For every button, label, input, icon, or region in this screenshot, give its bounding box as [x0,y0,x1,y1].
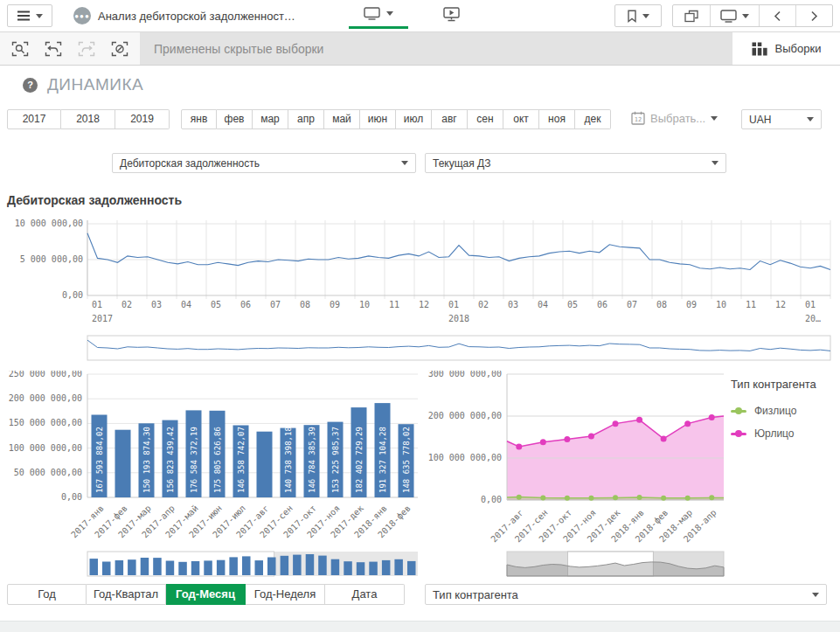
storytelling-button[interactable] [443,7,460,24]
svg-text:10: 10 [359,300,370,309]
month-filter-3[interactable]: мар [253,109,288,129]
line-dot-marker-icon [731,407,746,414]
svg-text:02: 02 [121,300,132,309]
sheet-controls-group [672,4,833,27]
svg-text:05: 05 [567,300,578,309]
submeasure-select[interactable]: Текущая ДЗ [425,153,726,173]
month-filter-10[interactable]: окт [503,109,539,129]
svg-text:0,00: 0,00 [61,492,82,502]
line-chart-range-navigator[interactable] [0,334,840,364]
app-logo-icon: ●●● [73,7,91,24]
selections-bar: Применены скрытые выборки Выборки [0,32,840,66]
period-tab-0[interactable]: Год [7,584,87,605]
submeasure-value: Текущая ДЗ [433,157,490,170]
svg-text:150 193 874,30: 150 193 874,30 [142,427,151,493]
clear-selections-button[interactable] [104,35,135,62]
svg-text:191 327 104,28: 191 327 104,28 [378,427,387,493]
sheets-list-button[interactable] [710,5,759,26]
redo-selection-button[interactable] [71,35,102,62]
month-filter-12[interactable]: дек [575,109,611,129]
chevron-left-icon [774,10,781,22]
svg-text:5 000 000,00: 5 000 000,00 [20,254,83,264]
chevron-down-icon [642,14,649,18]
svg-text:146 784 385,39: 146 784 385,39 [308,427,316,493]
period-tab-1[interactable]: Год-Квартал [87,584,166,605]
svg-text:08: 08 [656,300,667,309]
month-filter-group: янвфевмарапрмайиюниюлавгсеноктноядек [181,109,611,129]
svg-text:250 000 000,00: 250 000 000,00 [9,371,82,379]
svg-text:176 584 372,19: 176 584 372,19 [190,427,198,493]
legend-item-yurlico[interactable]: Юрлицо [731,427,839,440]
month-filter-11[interactable]: ноя [539,109,575,129]
contractor-type-select[interactable]: Тип контрагента [425,584,827,605]
page-title: ДИНАМИКА [47,75,143,94]
monthly-bars-chart[interactable]: 0,0050 000 000,00100 000 000,00150 000 0… [0,371,421,548]
duplicate-sheet-button[interactable] [673,5,710,26]
month-filter-2[interactable]: фев [217,109,253,129]
currency-select[interactable]: UAH [741,109,822,129]
period-tab-3[interactable]: Год-Неделя [246,584,325,605]
sheet-icon [720,10,737,23]
legend-item-fizlico[interactable]: Физлицо [731,405,839,417]
svg-text:140 738 398,18: 140 738 398,18 [284,427,293,493]
month-filter-5[interactable]: май [324,109,360,129]
svg-text:150 000 000,00: 150 000 000,00 [9,418,82,427]
currency-value: UAH [749,114,771,126]
selections-tool-icon [752,42,767,56]
month-filter-6[interactable]: июн [360,109,396,129]
chevron-down-icon [711,116,718,121]
next-sheet-button[interactable] [795,5,832,26]
clear-selections-icon [111,41,128,57]
svg-text:167 593 884,02: 167 593 884,02 [95,427,104,493]
svg-text:11: 11 [389,300,399,309]
svg-text:2018: 2018 [448,314,469,323]
svg-text:09: 09 [330,300,340,309]
month-filter-4[interactable]: апр [288,109,324,129]
chevron-down-icon [807,117,814,122]
chevron-right-icon [810,10,818,22]
undo-icon [45,41,62,57]
selections-tool-button[interactable]: Выборки [732,32,840,65]
svg-text:09: 09 [686,300,697,309]
contractor-type-value: Тип контрагента [433,588,518,601]
help-icon[interactable]: ? [23,78,38,93]
date-picker[interactable]: 12 Выбрать... [631,111,718,125]
navigation-menu-button[interactable] [7,4,52,27]
period-tab-2[interactable]: Год-Месяц [166,584,246,605]
year-filter-2017[interactable]: 2017 [7,109,61,129]
presentation-play-icon [443,7,460,22]
bookmarks-button[interactable] [615,5,661,26]
svg-text:156 823 439,42: 156 823 439,42 [166,427,175,493]
svg-text:50 000 000,00: 50 000 000,00 [14,468,82,477]
month-filter-1[interactable]: янв [181,109,217,129]
svg-text:300 000 000,00: 300 000 000,00 [428,371,502,379]
bars-range-navigator[interactable] [0,550,421,578]
svg-text:0,00: 0,00 [481,495,502,504]
month-filter-9[interactable]: сен [468,109,503,129]
current-sheet-button[interactable] [349,0,408,29]
month-filter-7[interactable]: июл [396,109,432,129]
previous-sheet-button[interactable] [759,5,795,26]
svg-text:03: 03 [151,300,162,309]
svg-text:01: 01 [805,300,816,309]
svg-text:20…: 20… [805,314,821,323]
period-tab-4[interactable]: Дата [325,584,405,605]
area-range-navigator[interactable] [421,550,840,578]
year-filter-2019[interactable]: 2019 [115,109,170,129]
period-tab-group: ГодГод-КварталГод-МесяцГод-НеделяДата [7,584,405,605]
receivables-line-chart[interactable]: 0,005 000 000,0010 000 000,0001020304050… [0,215,840,329]
svg-text:100 000 000,00: 100 000 000,00 [428,453,502,462]
svg-text:08: 08 [300,300,310,309]
svg-text:06: 06 [240,300,251,309]
svg-text:153 225 985,37: 153 225 985,37 [331,427,340,493]
measure-select[interactable]: Дебиторская задолженность [112,153,416,173]
svg-text:12: 12 [775,300,786,309]
bookmarks-group [614,4,662,27]
smart-search-button[interactable] [4,35,36,62]
undo-selection-button[interactable] [38,35,69,62]
svg-text:10: 10 [716,300,726,309]
svg-text:0,00: 0,00 [62,290,83,300]
chevron-down-icon [401,161,408,165]
month-filter-8[interactable]: авг [432,109,468,129]
year-filter-2018[interactable]: 2018 [61,109,115,129]
